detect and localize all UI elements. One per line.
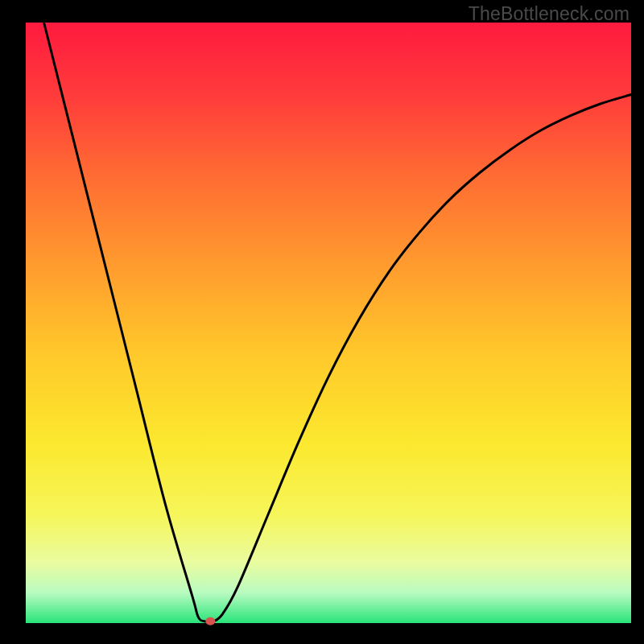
watermark-text: TheBottleneck.com bbox=[469, 3, 630, 25]
bottleneck-chart bbox=[0, 0, 644, 644]
minimum-marker bbox=[205, 617, 215, 625]
plot-background bbox=[26, 23, 631, 623]
chart-frame: TheBottleneck.com bbox=[0, 0, 644, 644]
